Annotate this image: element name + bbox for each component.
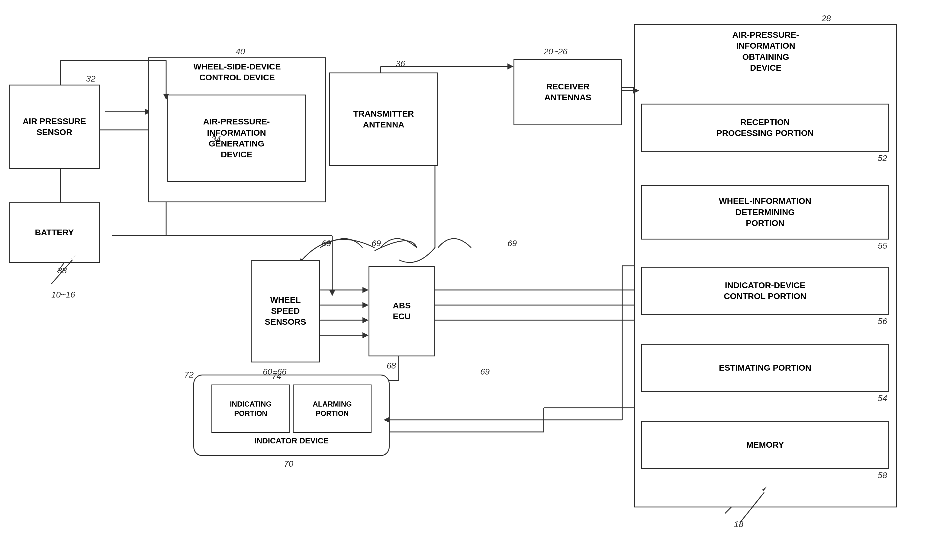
memory-box: MEMORY: [641, 421, 889, 469]
svg-marker-44: [71, 255, 76, 259]
wheel-group-ref: 10~16: [51, 290, 75, 300]
indicator-device-ref: 72: [184, 370, 194, 380]
svg-marker-42: [762, 486, 767, 491]
reception-processing-box: RECEPTIONPROCESSING PORTION: [641, 103, 889, 152]
indicating-portion-box: INDICATINGPORTION: [211, 384, 290, 433]
ref-69-right: 69: [508, 238, 517, 248]
alarming-portion-label: ALARMINGPORTION: [313, 399, 352, 418]
wheel-speed-sensors-label: WHEELSPEEDSENSORS: [265, 294, 306, 328]
wheel-side-device-outer-box: WHEEL-SIDE-DEVICECONTROL DEVICE AIR-PRES…: [148, 58, 326, 202]
transmitter-antenna-label: TRANSMITTERANTENNA: [353, 108, 414, 131]
svg-marker-18: [362, 302, 368, 308]
svg-marker-16: [362, 287, 368, 293]
receiver-antennas-box: RECEIVERANTENNAS: [514, 59, 622, 125]
battery-label: BATTERY: [35, 227, 74, 238]
reception-processing-ref: 52: [878, 153, 887, 163]
wheel-info-determining-box: WHEEL-INFORMATIONDETERMININGPORTION: [641, 185, 889, 240]
ref-69-top-left: 69: [322, 238, 331, 248]
memory-ref: 58: [878, 470, 887, 480]
indicator-device-control-box: INDICATOR-DEVICECONTROL PORTION: [641, 267, 889, 315]
indicator-device-control-label: INDICATOR-DEVICECONTROL PORTION: [724, 280, 806, 302]
indicating-portion-label: INDICATINGPORTION: [230, 399, 272, 418]
estimating-portion-box: ESTIMATING PORTION: [641, 344, 889, 392]
ref-69-bottom: 69: [480, 367, 489, 377]
wheel-side-device-ref: 40: [236, 47, 245, 56]
wheel-speed-sensors-box: WHEELSPEEDSENSORS: [251, 260, 320, 363]
wheel-info-determining-ref: 55: [878, 241, 887, 251]
svg-line-43: [51, 260, 73, 284]
svg-marker-7: [329, 290, 335, 296]
receiver-antennas-ref: 20~26: [544, 47, 568, 56]
wheel-info-determining-label: WHEEL-INFORMATIONDETERMININGPORTION: [719, 196, 812, 229]
air-pressure-sensor-ref: 32: [86, 74, 96, 83]
abs-ecu-label: ABSECU: [393, 300, 410, 322]
wheel-side-device-label: WHEEL-SIDE-DEVICECONTROL DEVICE: [152, 61, 322, 83]
obtaining-device-outer-box: AIR-PRESSURE-INFORMATIONOBTAININGDEVICE …: [634, 24, 897, 507]
transmitter-antenna-box: TRANSMITTERANTENNA: [329, 73, 438, 166]
svg-marker-22: [362, 332, 368, 338]
svg-marker-12: [508, 64, 514, 70]
indicator-device-box: INDICATINGPORTION ALARMINGPORTION INDICA…: [193, 375, 390, 456]
abs-ecu-ref: 68: [387, 361, 396, 370]
estimating-portion-ref: 54: [878, 393, 887, 403]
svg-marker-20: [362, 317, 368, 323]
ref18-arrow-svg: [725, 483, 785, 528]
diagram-container: AIR PRESSURE SENSOR 32 BATTERY 38 WHEEL-…: [0, 0, 927, 560]
obtaining-device-title: AIR-PRESSURE-INFORMATIONOBTAININGDEVICE: [638, 30, 893, 74]
transmitter-antenna-ref: 36: [396, 59, 405, 68]
ref1016-arrow-svg: [42, 254, 88, 290]
obtaining-device-ref: 28: [822, 14, 831, 23]
air-pressure-info-gen-ref: 34: [211, 134, 221, 144]
indicator-device-label: INDICATOR DEVICE: [254, 436, 329, 446]
indicating-portion-ref: 74: [272, 372, 281, 381]
abs-ecu-box: ABSECU: [368, 266, 435, 357]
indicator-device-control-ref: 56: [878, 317, 887, 326]
indicator-device-bottom-ref: 70: [284, 459, 293, 469]
alarming-portion-box: ALARMINGPORTION: [293, 384, 372, 433]
receiver-antennas-label: RECEIVERANTENNAS: [544, 81, 591, 103]
air-pressure-sensor-box: AIR PRESSURE SENSOR: [9, 85, 100, 169]
air-pressure-sensor-label: AIR PRESSURE SENSOR: [13, 116, 96, 138]
ref-69-top-mid: 69: [372, 238, 381, 248]
estimating-portion-label: ESTIMATING PORTION: [719, 363, 812, 373]
memory-label: MEMORY: [746, 440, 784, 450]
reception-processing-label: RECEPTIONPROCESSING PORTION: [716, 117, 814, 139]
svg-line-41: [740, 492, 764, 522]
air-pressure-info-gen-box: AIR-PRESSURE-INFORMATIONGENERATINGDEVICE: [167, 94, 306, 182]
